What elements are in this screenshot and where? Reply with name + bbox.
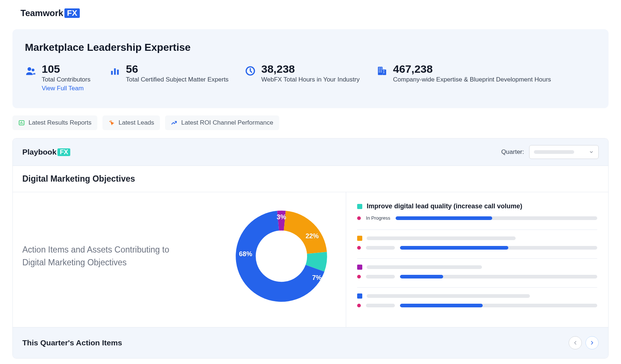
svg-rect-11 <box>381 69 382 71</box>
people-icon <box>25 65 37 77</box>
arrow-left-icon <box>572 340 578 346</box>
progress-label: In Progress <box>366 215 390 221</box>
status-dot <box>357 275 361 278</box>
logo-teamwork-text: Teamwork <box>20 8 63 18</box>
bar-chart-icon <box>18 120 25 126</box>
donut-label-purple: 3% <box>277 213 286 221</box>
logo-fx-badge: FX <box>64 8 80 18</box>
objective-title-placeholder <box>367 265 482 269</box>
svg-point-1 <box>32 69 35 72</box>
view-full-team-link[interactable]: View Full Team <box>42 85 90 92</box>
logo-fx-badge: FX <box>57 148 70 156</box>
objective-group: Improve digital lead quality (increase c… <box>357 201 597 230</box>
logo-playbook-text: Playbook <box>22 148 56 156</box>
progress-track <box>400 304 597 307</box>
status-dot <box>357 304 361 307</box>
donut-label-blue: 68% <box>239 250 252 258</box>
svg-rect-14 <box>384 71 385 72</box>
objective-title-placeholder <box>367 294 530 298</box>
trend-up-icon <box>171 120 177 126</box>
objective-color-square <box>357 265 362 270</box>
progress-label-placeholder <box>366 275 395 278</box>
objective-color-square <box>357 204 362 209</box>
objective-title: Improve digital lead quality (increase c… <box>367 202 522 210</box>
action-items-title: This Quarter's Action Items <box>22 338 122 347</box>
svg-rect-6 <box>378 67 383 75</box>
objectives-description: Action Items and Assets Contributing to … <box>22 243 191 269</box>
pill-latest-leads[interactable]: Latest Leads <box>102 115 160 130</box>
status-dot <box>357 216 361 220</box>
quarter-label: Quarter: <box>501 148 524 156</box>
stat-label: WebFX Total Hours in Your Industry <box>261 76 360 83</box>
pill-latest-results[interactable]: Latest Results Reports <box>12 115 97 130</box>
progress-track <box>396 216 597 220</box>
pointer-click-icon <box>108 120 115 126</box>
playbook-panel: Playbook FX Quarter: Digital Marketing O… <box>12 138 609 359</box>
progress-row <box>357 275 597 278</box>
quarter-select[interactable] <box>529 145 599 159</box>
quick-links-row: Latest Results Reports Latest Leads Late… <box>0 108 621 138</box>
pill-label: Latest ROI Channel Performance <box>181 119 273 126</box>
progress-row <box>357 246 597 250</box>
svg-rect-9 <box>381 68 382 69</box>
objective-color-square <box>357 293 362 299</box>
objectives-section-title: Digital Marketing Objectives <box>13 166 608 192</box>
chevron-down-icon <box>589 149 594 155</box>
pill-label: Latest Leads <box>119 119 154 126</box>
stat-industry-hours: 38,238 WebFX Total Hours in Your Industr… <box>244 64 376 92</box>
stat-company-hours: 467,238 Company-wide Expertise & Bluepri… <box>376 64 596 92</box>
progress-track <box>400 275 597 278</box>
donut-chart: 3% 22% 7% 68% <box>234 209 329 304</box>
stat-value: 467,238 <box>393 64 551 75</box>
stat-smes: 56 Total Certified Subject Matter Expert… <box>109 64 244 92</box>
svg-rect-13 <box>381 71 382 72</box>
next-button[interactable] <box>586 336 599 349</box>
stat-label: Total Contributors <box>42 76 90 83</box>
quarter-value-placeholder <box>534 150 574 154</box>
progress-fill <box>400 304 483 307</box>
stat-value: 56 <box>126 64 229 75</box>
svg-rect-8 <box>379 68 380 69</box>
objective-group <box>357 258 597 287</box>
progress-fill <box>400 246 509 250</box>
objective-group <box>357 230 597 258</box>
svg-rect-3 <box>114 68 116 75</box>
svg-rect-12 <box>379 71 380 72</box>
progress-fill <box>400 275 444 278</box>
progress-track <box>400 246 597 250</box>
logo-playbookfx: Playbook FX <box>22 148 70 156</box>
progress-row <box>357 304 597 307</box>
objective-title-placeholder <box>367 236 516 240</box>
svg-point-0 <box>27 67 31 71</box>
donut-label-teal: 7% <box>312 274 322 282</box>
stat-contributors: 105 Total Contributors View Full Team <box>25 64 109 92</box>
stat-label: Company-wide Expertise & Blueprint Devel… <box>393 76 551 83</box>
svg-rect-4 <box>117 70 119 75</box>
building-icon <box>376 65 388 77</box>
progress-row: In Progress <box>357 215 597 221</box>
pill-latest-roi[interactable]: Latest ROI Channel Performance <box>165 115 279 130</box>
clock-icon <box>244 65 256 77</box>
progress-fill <box>396 216 493 220</box>
donut-label-orange: 22% <box>306 232 319 240</box>
svg-rect-2 <box>111 71 113 75</box>
objective-group <box>357 287 597 316</box>
hero-title: Marketplace Leadership Expertise <box>25 42 596 53</box>
arrow-right-icon <box>589 340 595 346</box>
bar-chart-icon <box>109 65 121 77</box>
stat-value: 38,238 <box>261 64 360 75</box>
hero-card: Marketplace Leadership Expertise 105 Tot… <box>12 29 609 108</box>
logo-teamworkfx: Teamwork FX <box>20 8 80 18</box>
progress-label-placeholder <box>366 304 395 307</box>
status-dot <box>357 246 361 250</box>
svg-rect-15 <box>384 72 385 73</box>
stat-value: 105 <box>42 64 90 75</box>
stat-label: Total Certified Subject Matter Experts <box>126 76 229 83</box>
prev-button[interactable] <box>569 336 582 349</box>
progress-label-placeholder <box>366 246 395 250</box>
objective-color-square <box>357 236 362 241</box>
svg-rect-10 <box>379 69 380 71</box>
pill-label: Latest Results Reports <box>29 119 91 126</box>
